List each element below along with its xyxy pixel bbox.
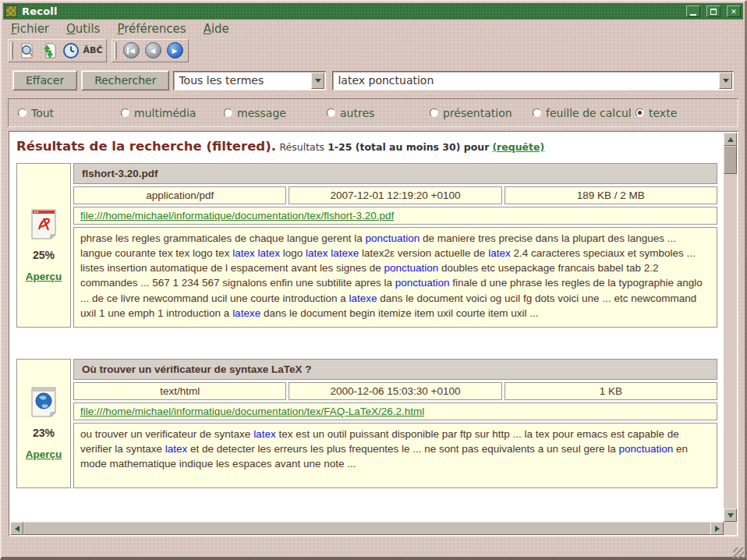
results-header: Résultats de la recherche (filtered). Ré… (16, 139, 719, 154)
relevance-percent: 25% (33, 249, 55, 261)
toolbar-group-actions: ÂBĈ (8, 39, 107, 62)
horizontal-scrollbar[interactable] (10, 522, 724, 535)
results-viewport: Résultats de la recherche (filtered). Ré… (10, 133, 724, 522)
window-title: Recoll (22, 5, 58, 17)
title-bar[interactable]: Recoll ✕ (3, 3, 743, 19)
radio-multimedia[interactable]: multimédia (121, 107, 224, 119)
result-1-side: 25% Aperçu (16, 163, 71, 328)
toolbar-group-navigation: ◀ ◀ ▶ (112, 39, 189, 62)
arrow-right-icon (715, 526, 723, 532)
search-mode-select[interactable]: Tous les termes (173, 71, 326, 90)
first-page-button[interactable]: ◀ (121, 41, 141, 61)
radio-autres[interactable]: autres (327, 107, 430, 119)
scroll-down-button[interactable] (724, 509, 737, 522)
radio-message[interactable]: message (224, 107, 327, 119)
search-row: Effacer Rechercher Tous les termes latex… (12, 69, 734, 91)
result-row-1: 25% Aperçu flshort-3.20.pdf application/… (16, 163, 717, 328)
scrollbar-corner (724, 522, 737, 535)
result-1-url-row: file:///home/michael/informatique/docume… (73, 207, 717, 225)
radio-icon (430, 108, 438, 117)
update-index-button[interactable] (39, 41, 59, 61)
new-search-button[interactable] (17, 41, 37, 61)
result-2-title[interactable]: Où trouver un vérificateur de syntaxe La… (73, 359, 717, 380)
next-page-button[interactable]: ▶ (165, 41, 185, 61)
radio-icon (224, 108, 232, 117)
result-url-link[interactable]: file:///home/michael/informatique/docume… (80, 210, 394, 222)
radio-icon (635, 108, 644, 117)
toolbar-handle[interactable] (114, 42, 117, 59)
result-date: 2000-12-06 15:03:30 +0100 (289, 382, 501, 400)
maximize-icon (710, 9, 717, 15)
query-link[interactable]: (requête) (492, 141, 544, 153)
results-range: 1-25 (total au moins 30) pour (327, 141, 489, 153)
arrow-first-icon: ◀ (123, 42, 140, 58)
arrow-left-icon: ◀ (145, 42, 161, 58)
radio-tout[interactable]: Tout (18, 107, 121, 119)
close-button[interactable]: ✕ (727, 5, 741, 17)
preview-link[interactable]: Aperçu (26, 271, 62, 282)
document-magnifier-icon (19, 42, 36, 59)
horizontal-scroll-thumb[interactable] (23, 522, 711, 535)
scroll-right-button[interactable] (710, 522, 724, 535)
abc-icon: ÂBĈ (83, 45, 103, 55)
result-mime: text/html (73, 382, 286, 400)
radio-icon (18, 108, 27, 117)
menu-preferences[interactable]: Préférences (117, 22, 186, 36)
relevance-percent: 23% (33, 427, 55, 439)
search-query-value: latex ponctuation (333, 74, 719, 87)
radio-icon (327, 108, 335, 117)
result-mime: application/pdf (73, 186, 286, 204)
result-1-title[interactable]: flshort-3.20.pdf (73, 163, 717, 184)
category-filter-frame: Tout multimédia message autres présentat… (8, 98, 738, 127)
radio-texte[interactable]: texte (635, 107, 677, 119)
scroll-left-button[interactable] (10, 522, 23, 535)
arrow-left-icon (12, 526, 19, 532)
html-file-icon (30, 386, 58, 417)
menu-aide[interactable]: Aide (204, 22, 229, 36)
results-panel: Résultats de la recherche (filtered). Ré… (9, 131, 738, 537)
radio-icon (533, 108, 541, 117)
recoll-app-icon (5, 5, 17, 17)
result-url-link[interactable]: file:///home/michael/informatique/docume… (80, 406, 424, 417)
result-row-2: 23% Aperçu Où trouver un vérificateur de… (16, 359, 717, 488)
radio-presentation[interactable]: présentation (430, 107, 533, 119)
result-2-meta: text/html 2000-12-06 15:03:30 +0100 1 KB (73, 382, 717, 400)
search-input[interactable]: latex ponctuation (332, 71, 734, 90)
search-mode-value: Tous les termes (174, 74, 311, 87)
history-button[interactable] (61, 41, 81, 61)
results-title: Résultats de la recherche (filtered). (16, 139, 276, 154)
scroll-up-button[interactable] (724, 133, 737, 146)
maximize-button[interactable] (706, 5, 720, 17)
recoll-window: Recoll ✕ Fichier Outils Préférences Aide (0, 0, 747, 560)
result-2-url-row: file:///home/michael/informatique/docume… (73, 402, 717, 420)
menu-fichier[interactable]: Fichier (11, 22, 49, 36)
search-button[interactable]: Rechercher (81, 70, 169, 90)
preview-link[interactable]: Aperçu (26, 448, 62, 460)
arrow-right-icon: ▶ (167, 42, 183, 58)
arrow-up-icon (728, 134, 734, 142)
result-date: 2007-12-01 12:19:20 +0100 (289, 186, 501, 204)
resize-grip-icon[interactable] (733, 548, 744, 558)
chevron-down-icon[interactable] (719, 73, 732, 89)
result-size: 1 KB (504, 382, 717, 400)
menu-bar: Fichier Outils Préférences Aide (2, 19, 745, 37)
result-1-meta: application/pdf 2007-12-01 12:19:20 +010… (73, 186, 717, 204)
toolbar-handle[interactable] (10, 42, 13, 59)
close-icon: ✕ (731, 8, 737, 16)
result-2-snippet: ou trouver un verificateur de syntaxe la… (73, 423, 717, 488)
term-explorer-button[interactable]: ÂBĈ (83, 41, 103, 61)
chevron-down-icon[interactable] (311, 73, 324, 89)
radio-icon (121, 108, 129, 117)
clear-button[interactable]: Effacer (12, 70, 77, 90)
menu-outils[interactable]: Outils (66, 22, 100, 36)
minimize-icon (690, 14, 696, 16)
previous-page-button[interactable]: ◀ (143, 41, 163, 61)
vertical-scrollbar[interactable] (724, 133, 737, 522)
arrow-down-icon (728, 513, 734, 521)
result-2-side: 23% Aperçu (16, 359, 71, 488)
clock-icon (62, 42, 80, 59)
result-1-snippet: phrase les regles grammaticales de chaqu… (73, 227, 717, 328)
minimize-button[interactable] (686, 5, 700, 17)
radio-feuille-de-calcul[interactable]: feuille de calcul (533, 107, 635, 119)
vertical-scroll-thumb[interactable] (724, 146, 737, 174)
